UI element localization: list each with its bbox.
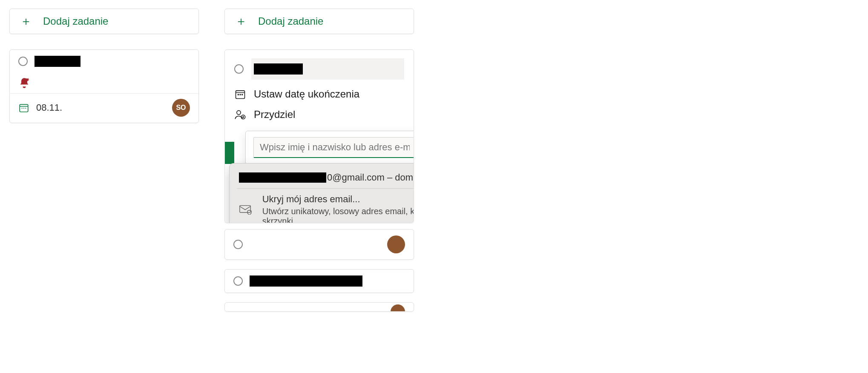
svg-rect-14 bbox=[240, 206, 250, 212]
assignee-avatar[interactable] bbox=[391, 304, 405, 312]
svg-point-10 bbox=[237, 111, 241, 115]
svg-point-7 bbox=[238, 94, 239, 95]
complete-radio[interactable] bbox=[234, 64, 244, 74]
autofill-suggestion-text: 0@gmail.com – dom bbox=[327, 172, 413, 183]
plus-icon: ＋ bbox=[235, 13, 247, 29]
add-task-button-terminy[interactable]: ＋ Dodaj zadanie bbox=[9, 9, 199, 34]
assign-person-icon bbox=[234, 109, 246, 121]
task-title-redacted bbox=[250, 275, 362, 287]
assign-row[interactable]: Przydziel bbox=[225, 104, 414, 125]
assignee-avatar[interactable] bbox=[387, 235, 405, 253]
calendar-icon bbox=[234, 88, 246, 100]
set-due-date-label: Ustaw datę ukończenia bbox=[254, 88, 359, 100]
add-task-label: Dodaj zadanie bbox=[258, 15, 323, 27]
autofill-redacted bbox=[239, 172, 326, 183]
task-date: 08.11. bbox=[36, 102, 62, 113]
bell-alert-icon bbox=[18, 77, 30, 89]
svg-point-3 bbox=[23, 108, 24, 109]
set-due-date-row[interactable]: Ustaw datę ukończenia bbox=[225, 84, 414, 104]
autofill-hide-title: Ukryj mój adres email... bbox=[262, 194, 414, 205]
task-card[interactable] bbox=[224, 229, 414, 260]
autofill-hide-sub: Utwórz unikatowy, losowy adres email, kt… bbox=[262, 207, 414, 223]
autofill-suggestion[interactable]: 0@gmail.com – dom bbox=[230, 169, 414, 186]
assignee-avatar[interactable]: SO bbox=[172, 99, 190, 117]
complete-radio[interactable] bbox=[233, 240, 243, 249]
svg-point-2 bbox=[22, 108, 23, 109]
task-title-input[interactable] bbox=[251, 58, 404, 80]
column-terminy: TERMINY ＋ Dodaj zadanie 08.1 bbox=[9, 0, 199, 321]
svg-rect-5 bbox=[236, 91, 245, 99]
calendar-icon bbox=[18, 102, 29, 113]
task-card[interactable] bbox=[224, 269, 414, 293]
assign-search-input[interactable] bbox=[260, 142, 410, 153]
complete-radio[interactable] bbox=[18, 57, 28, 66]
mail-shield-icon bbox=[239, 204, 253, 216]
svg-point-9 bbox=[242, 94, 243, 95]
assign-search-field[interactable] bbox=[253, 137, 414, 158]
complete-radio[interactable] bbox=[233, 276, 243, 286]
task-card[interactable] bbox=[224, 302, 414, 312]
assign-label: Przydziel bbox=[254, 109, 295, 121]
task-edit-card[interactable]: Ustaw datę ukończenia Przydziel bbox=[224, 49, 414, 223]
column-add-bucket[interactable]: Dodaj nowy przedział bbox=[440, 0, 629, 321]
add-task-label: Dodaj zadanie bbox=[43, 15, 108, 27]
svg-point-4 bbox=[25, 108, 26, 109]
green-accent bbox=[225, 142, 234, 164]
task-title-redacted bbox=[254, 63, 303, 75]
task-card[interactable]: 08.11. SO bbox=[9, 49, 199, 123]
autofill-popup: 0@gmail.com – dom Ukryj mój adres email.… bbox=[229, 163, 414, 223]
autofill-hide-email[interactable]: Ukryj mój adres email... Utwórz unikatow… bbox=[230, 190, 414, 223]
svg-point-8 bbox=[240, 94, 241, 95]
column-zadania: ZADANIA ＋ Dodaj zadanie Ustaw datę ukońc… bbox=[224, 0, 414, 321]
task-title-redacted bbox=[34, 56, 80, 67]
plus-icon: ＋ bbox=[20, 13, 32, 29]
add-task-button-zadania[interactable]: ＋ Dodaj zadanie bbox=[224, 9, 414, 34]
